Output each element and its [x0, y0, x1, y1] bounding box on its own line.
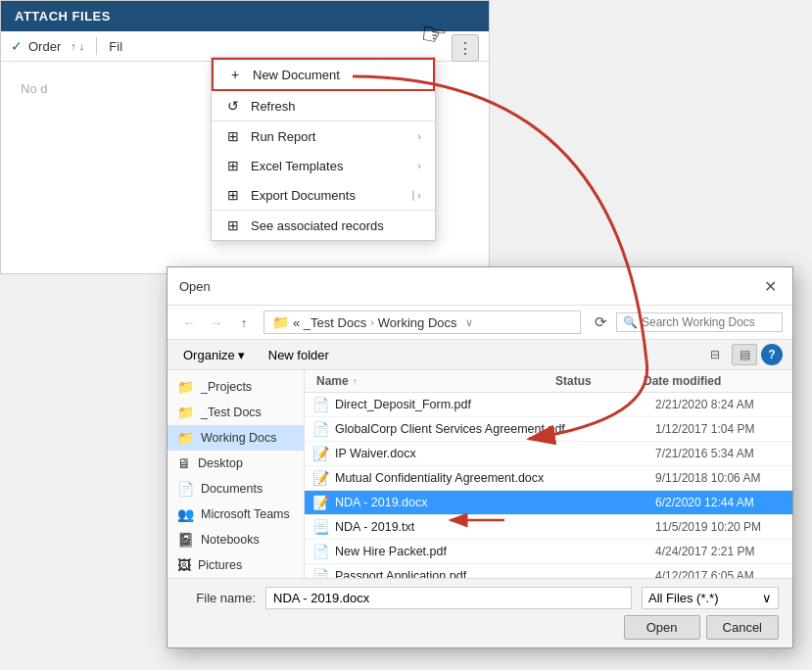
see-associated-label: See associated records — [251, 218, 384, 233]
nav-forward-button[interactable]: → — [205, 311, 228, 334]
sidebar-item-projects[interactable]: 📁 _Projects — [167, 374, 304, 400]
menu-item-new-document[interactable]: + New Document — [212, 58, 435, 91]
file-date-cell: 4/24/2017 2:21 PM — [655, 545, 792, 558]
close-icon: ✕ — [764, 277, 777, 296]
file-name-label: Passport Application.pdf — [335, 569, 466, 578]
table-row[interactable]: 📄 Direct_Deposit_Form.pdf 2/21/2020 8:24… — [305, 393, 792, 417]
table-row[interactable]: 📝 IP Waiver.docx 7/21/2016 5:34 AM — [305, 442, 792, 466]
refresh-icon: ↺ — [225, 98, 241, 114]
sidebar-teams-label: Microsoft Teams — [201, 507, 290, 521]
file-list-header: Name ↑ Status Date modified — [305, 370, 792, 393]
sidebar-item-documents[interactable]: 📄 Documents — [167, 476, 304, 502]
file-name-label: Direct_Deposit_Form.pdf — [335, 398, 471, 411]
menu-item-run-report[interactable]: ⊞ Run Report › — [212, 121, 435, 151]
menu-item-excel-templates[interactable]: ⊞ Excel Templates › — [212, 151, 435, 180]
sidebar-item-desktop[interactable]: 🖥 Desktop — [167, 451, 304, 476]
panel-title: ATTACH FILES — [1, 1, 489, 31]
up-arrow-icon: ↑ — [241, 315, 248, 330]
sidebar-item-test-docs[interactable]: 📁 _Test Docs — [167, 400, 304, 425]
file-name-cell: 📄 Passport Application.pdf — [305, 568, 567, 578]
breadcrumb-bar[interactable]: 📁 « _Test Docs › Working Docs ∨ — [263, 311, 581, 334]
breadcrumb-chevron-icon: ∨ — [465, 316, 473, 329]
table-row[interactable]: 📝 Mutual Confidentiality Agreement.docx … — [305, 466, 792, 491]
export-icon: ⊞ — [225, 187, 241, 203]
docx-icon: 📝 — [312, 495, 329, 510]
file-date-label: 1/12/2017 1:04 PM — [655, 422, 754, 436]
table-row[interactable]: 📄 GlobalCorp Client Services Agreement.p… — [305, 417, 792, 442]
sidebar-pictures-label: Pictures — [198, 558, 242, 572]
search-bar: 🔍 — [616, 312, 783, 332]
col-name-header[interactable]: Name ↑ — [305, 374, 551, 388]
file-date-cell: 4/12/2017 6:05 AM — [655, 569, 792, 578]
check-icon: ✓ — [11, 38, 23, 54]
sort-arrows[interactable]: ↑ ↓ — [71, 40, 84, 52]
three-dots-button[interactable]: ⋮ — [452, 34, 479, 62]
file-name-cell: 📄 New Hire Packet.pdf — [305, 544, 567, 559]
sidebar-item-teams[interactable]: 👥 Microsoft Teams — [167, 502, 304, 527]
filetype-dropdown[interactable]: All Files (*.*) ∨ — [642, 587, 779, 609]
table-row[interactable]: 📄 Passport Application.pdf 4/12/2017 6:0… — [305, 564, 792, 578]
menu-item-export-documents[interactable]: ⊞ Export Documents | › — [212, 180, 435, 210]
docx-icon: 📝 — [312, 470, 329, 486]
sidebar-item-pictures[interactable]: 🖼 Pictures — [167, 552, 304, 578]
table-row[interactable]: 📝 NDA - 2019.docx 6/2/2020 12:44 AM — [305, 491, 792, 515]
folder-icon-projects: 📁 — [177, 379, 194, 395]
search-icon: 🔍 — [623, 315, 638, 329]
file-name-label: New Hire Packet.pdf — [335, 545, 447, 558]
cancel-button[interactable]: Cancel — [706, 615, 779, 640]
table-row[interactable]: 📄 New Hire Packet.pdf 4/24/2017 2:21 PM — [305, 540, 792, 564]
chevron-right-icon-3: | › — [411, 189, 421, 201]
view-details-button[interactable]: ⊟ — [702, 344, 728, 365]
nav-up-button[interactable]: ↑ — [232, 311, 256, 334]
nav-refresh-button[interactable]: ⟳ — [589, 311, 612, 334]
sidebar-projects-label: _Projects — [201, 380, 252, 394]
folder-icon-testdocs: 📁 — [177, 405, 194, 420]
col-date-header[interactable]: Date modified — [640, 374, 777, 388]
filename-input[interactable] — [265, 587, 632, 609]
sidebar-workingdocs-label: Working Docs — [201, 431, 277, 445]
view-list-button[interactable]: ▤ — [732, 344, 757, 365]
search-input[interactable] — [642, 315, 776, 329]
chevron-right-icon-2: › — [417, 160, 421, 171]
teams-icon: 👥 — [177, 506, 194, 522]
order-label: Order — [28, 39, 61, 54]
file-name-cell: 📃 NDA - 2019.txt — [305, 519, 567, 535]
organize-button[interactable]: Organize ▾ — [177, 345, 251, 365]
new-folder-label: New folder — [268, 348, 329, 362]
attach-files-title: ATTACH FILES — [15, 9, 111, 24]
col-status-label: Status — [555, 374, 592, 388]
sidebar-item-notebooks[interactable]: 📓 Notebooks — [167, 527, 304, 552]
pdf-icon: 📄 — [312, 568, 329, 578]
open-button[interactable]: Open — [624, 615, 700, 640]
file-name-label: NDA - 2019.txt — [335, 520, 414, 534]
menu-item-see-associated[interactable]: ⊞ See associated records — [212, 211, 435, 240]
pdf-icon: 📄 — [312, 397, 329, 412]
open-label: Open — [646, 620, 678, 635]
file-name-cell: 📝 Mutual Confidentiality Agreement.docx — [305, 470, 567, 486]
file-date-label: 2/21/2020 8:24 AM — [655, 398, 754, 411]
file-date-label: 4/12/2017 6:05 AM — [655, 569, 754, 578]
nav-back-button[interactable]: ← — [177, 311, 201, 334]
file-date-cell: 1/12/2017 1:04 PM — [655, 422, 792, 436]
folder-icon-workingdocs: 📁 — [177, 430, 194, 446]
dialog-footer: File name: All Files (*.*) ∨ Open Cancel — [167, 578, 792, 647]
export-documents-label: Export Documents — [251, 188, 356, 203]
dialog-titlebar: Open ✕ — [167, 267, 792, 306]
help-button[interactable]: ? — [761, 344, 783, 365]
table-row[interactable]: 📃 NDA - 2019.txt 11/5/2019 10:20 PM — [305, 515, 792, 540]
new-document-label: New Document — [253, 68, 340, 82]
breadcrumb-working-docs: Working Docs — [378, 315, 457, 330]
dialog-sidebar: 📁 _Projects 📁 _Test Docs 📁 Working Docs … — [167, 370, 305, 578]
run-report-label: Run Report — [251, 129, 315, 144]
file-name-label: IP Waiver.docx — [335, 447, 416, 460]
col-status-header[interactable]: Status — [551, 374, 640, 388]
toolbar-divider — [96, 37, 97, 55]
file-date-cell: 6/2/2020 12:44 AM — [655, 496, 792, 509]
new-folder-button[interactable]: New folder — [261, 345, 337, 365]
run-report-icon: ⊞ — [225, 128, 241, 144]
dialog-close-button[interactable]: ✕ — [759, 275, 781, 297]
chevron-right-icon: › — [417, 130, 421, 142]
sidebar-item-working-docs[interactable]: 📁 Working Docs — [167, 425, 304, 451]
file-open-dialog: Open ✕ ← → ↑ 📁 « _Test Docs › Working Do… — [167, 266, 793, 648]
menu-item-refresh[interactable]: ↺ Refresh — [212, 91, 435, 120]
